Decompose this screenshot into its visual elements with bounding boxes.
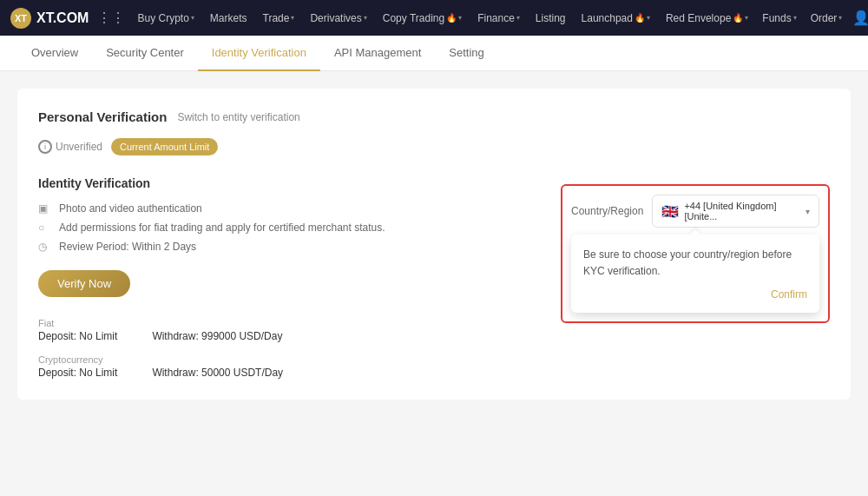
crypto-deposit: Deposit: No Limit [38, 367, 117, 379]
chevron-icon: ▾ [364, 14, 367, 22]
nav-derivatives[interactable]: Derivatives ▾ [303, 0, 373, 36]
nav-order[interactable]: Order ▾ [807, 12, 846, 24]
fire-icon: 🔥 [733, 13, 743, 23]
fire-icon: 🔥 [446, 13, 457, 23]
fiat-limit-values: Deposit: No Limit Withdraw: 999000 USD/D… [38, 330, 830, 342]
crypto-label: Cryptocurrency [38, 354, 830, 365]
crypto-limit-group: Cryptocurrency Deposit: No Limit Withdra… [38, 354, 830, 379]
confirm-button[interactable]: Confirm [583, 288, 807, 301]
fiat-deposit: Deposit: No Limit [38, 330, 117, 342]
tooltip-text: Be sure to choose your country/region be… [583, 247, 807, 280]
tab-overview[interactable]: Overview [17, 36, 92, 71]
country-region-label: Country/Region [571, 205, 643, 217]
country-region-row: Country/Region 🇬🇧 +44 [United Kingdom] [… [571, 195, 819, 228]
limits-section: Fiat Deposit: No Limit Withdraw: 999000 … [38, 318, 830, 379]
amount-limit-button[interactable]: Current Amount Limit [111, 138, 218, 155]
nav-listing[interactable]: Listing [529, 0, 573, 36]
status-row: i Unverified Current Amount Limit [38, 138, 830, 155]
logo-icon: XT [10, 8, 31, 29]
fire-icon: 🔥 [635, 13, 645, 23]
crypto-limit-values: Deposit: No Limit Withdraw: 50000 USDT/D… [38, 367, 830, 379]
nav-trade[interactable]: Trade ▾ [256, 0, 302, 36]
nav-markets[interactable]: Markets [203, 0, 254, 36]
chevron-icon: ▾ [647, 14, 650, 22]
nav-copy-trading[interactable]: Copy Trading 🔥 ▾ [376, 0, 469, 36]
country-selector[interactable]: 🇬🇧 +44 [United Kingdom] [Unite... ▾ [652, 195, 819, 228]
clock-icon: ◷ [38, 241, 52, 253]
switch-entity-link[interactable]: Switch to entity verification [177, 111, 299, 123]
main-content: Personal Verification Switch to entity v… [0, 71, 868, 496]
chevron-down-icon: ▾ [806, 207, 810, 216]
verify-now-button[interactable]: Verify Now [38, 270, 130, 297]
search-icon: ○ [38, 222, 52, 234]
top-nav: XT XT.COM ⋮⋮ Buy Crypto ▾ Markets Trade … [0, 0, 868, 36]
chevron-icon: ▾ [458, 14, 462, 22]
tab-identity-verification[interactable]: Identity Verification [198, 36, 320, 71]
country-value: 🇬🇧 +44 [United Kingdom] [Unite... [661, 201, 799, 222]
crypto-withdraw: Withdraw: 50000 USDT/Day [152, 367, 283, 379]
country-panel-wrapper: Country/Region 🇬🇧 +44 [United Kingdom] [… [561, 184, 830, 323]
chevron-icon: ▾ [291, 14, 294, 22]
fiat-withdraw: Withdraw: 999000 USD/Day [152, 330, 282, 342]
chevron-icon: ▾ [516, 14, 520, 22]
tab-api-management[interactable]: API Management [320, 36, 435, 71]
chevron-icon: ▾ [191, 14, 194, 22]
nav-red-envelope[interactable]: Red Envelope 🔥 ▾ [659, 0, 755, 36]
chevron-icon: ▾ [793, 14, 797, 22]
personal-verification-title: Personal Verification [38, 109, 167, 124]
chevron-icon: ▾ [838, 14, 842, 22]
nav-right: Funds ▾ Order ▾ 👤 🔔 Download English/USD [759, 10, 868, 27]
logo-text: XT.COM [36, 10, 89, 26]
unverified-badge: i Unverified [38, 140, 102, 154]
nav-launchpad[interactable]: Launchpad 🔥 ▾ [575, 0, 657, 36]
tooltip-popup: Be sure to choose your country/region be… [571, 235, 819, 313]
user-icon[interactable]: 👤 [852, 10, 868, 26]
unverified-icon: i [38, 140, 52, 154]
tab-setting[interactable]: Setting [435, 36, 497, 71]
photo-icon: ▣ [38, 202, 52, 215]
nav-buy-crypto[interactable]: Buy Crypto ▾ [130, 0, 201, 36]
logo[interactable]: XT XT.COM [10, 8, 89, 29]
nav-finance[interactable]: Finance ▾ [470, 0, 527, 36]
chevron-icon: ▾ [745, 14, 748, 22]
grid-icon[interactable]: ⋮⋮ [97, 10, 125, 26]
personal-verification-header: Personal Verification Switch to entity v… [38, 109, 830, 124]
flag-icon: 🇬🇧 [661, 203, 679, 220]
nav-funds[interactable]: Funds ▾ [759, 12, 799, 24]
tab-security-center[interactable]: Security Center [92, 36, 198, 71]
sub-nav: Overview Security Center Identity Verifi… [0, 36, 868, 71]
content-card: Personal Verification Switch to entity v… [17, 89, 851, 400]
